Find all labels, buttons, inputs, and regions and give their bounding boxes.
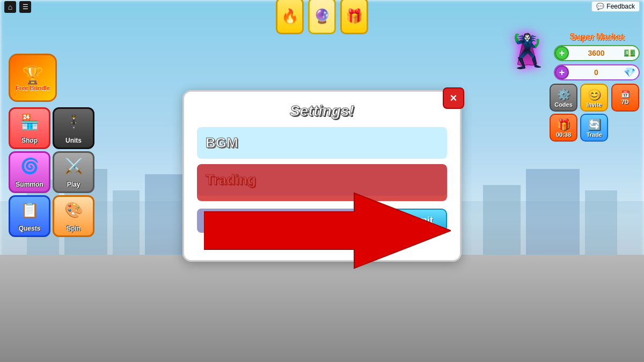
- feedback-button[interactable]: 💬 Feedback: [591, 1, 640, 12]
- modal-title: Settings!: [197, 102, 447, 120]
- submit-button[interactable]: Submit: [386, 209, 447, 233]
- bgm-label: BGM: [206, 135, 238, 151]
- feedback-label: Feedback: [606, 3, 635, 10]
- code-input[interactable]: [197, 209, 381, 233]
- modal-close-button[interactable]: ×: [443, 87, 464, 109]
- settings-modal: × Settings! BGM Trading Submit: [182, 90, 462, 262]
- submit-label: Submit: [400, 215, 433, 226]
- red-overlay-block: [197, 164, 447, 201]
- code-section: Submit: [197, 209, 447, 233]
- modal-overlay: × Settings! BGM Trading Submit: [0, 0, 644, 362]
- feedback-icon: 💬: [596, 3, 604, 10]
- bgm-row[interactable]: BGM: [197, 127, 447, 159]
- close-icon: ×: [450, 91, 457, 105]
- trading-row-wrapper: Trading: [197, 164, 447, 201]
